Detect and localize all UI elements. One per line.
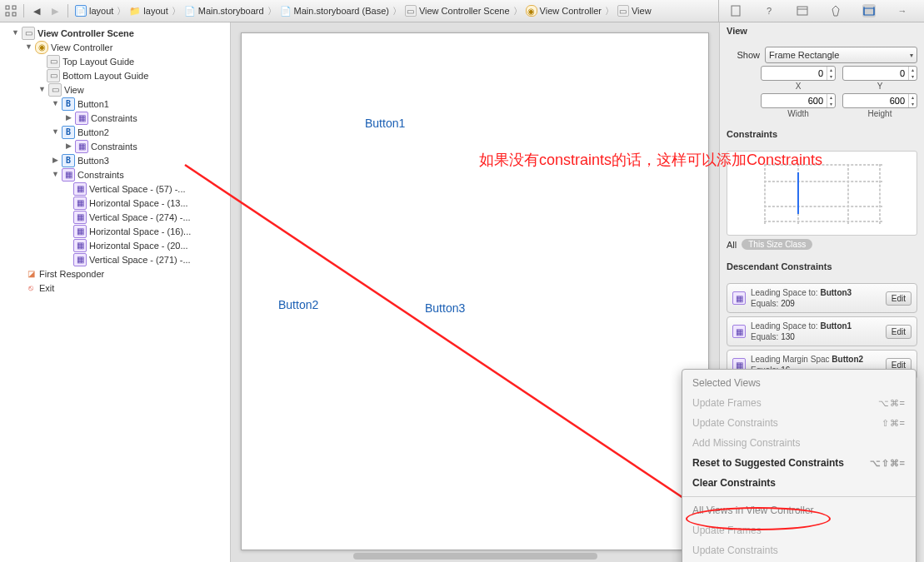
button-icon: B	[62, 97, 75, 111]
svg-rect-0	[6, 6, 9, 9]
menu-update-frames-all[interactable]: Update Frames	[682, 520, 916, 540]
file-icon: 📄	[280, 6, 292, 17]
nav-item[interactable]: Horizontal Space - (20...	[89, 241, 188, 251]
nav-item[interactable]: Button1	[77, 99, 109, 109]
nav-item[interactable]: Button2	[77, 127, 109, 137]
help-inspector-icon[interactable]: ?	[762, 4, 776, 17]
menu-update-frames[interactable]: Update Frames⌥⌘=	[682, 393, 916, 413]
constraint-icon: ▦	[73, 239, 87, 252]
y-input[interactable]	[842, 66, 917, 81]
stepper-icon[interactable]: ▴▾	[908, 94, 917, 107]
canvas-button1[interactable]: Button1	[365, 117, 405, 130]
disclosure-icon[interactable]: ▶	[65, 114, 72, 122]
disclosure-icon[interactable]: ▼	[38, 86, 46, 93]
vc-icon: ◉	[35, 41, 48, 54]
show-select[interactable]: Frame Rectangle	[765, 47, 917, 63]
size-class-filter[interactable]: This Size Class	[742, 239, 812, 250]
constraint-icon: ▦	[73, 182, 87, 196]
size-inspector-icon[interactable]	[862, 4, 876, 17]
exit-icon: ⎋	[25, 282, 37, 294]
disclosure-icon[interactable]: ▼	[52, 100, 59, 107]
constraints-section-title: Constraints	[720, 126, 924, 142]
menu-clear[interactable]: Clear Constraints	[682, 473, 916, 493]
attributes-inspector-icon[interactable]	[829, 4, 842, 17]
constraint-icon: ▦	[73, 196, 87, 210]
nav-item[interactable]: Constraints	[91, 113, 137, 123]
y-label: Y	[842, 82, 917, 91]
show-label: Show	[727, 50, 760, 60]
menu-update-constraints-all[interactable]: Update Constraints	[682, 540, 916, 560]
nav-item[interactable]: Vertical Space - (274) -...	[89, 212, 191, 222]
nav-item[interactable]: View Controller	[51, 42, 112, 52]
constraint-item[interactable]: ▦ Leading Space to: Button1Equals: 130 E…	[727, 316, 917, 346]
editor-toolbar: ◀ ▶ 📄layout〉 📁layout〉 📄Main.storyboard〉 …	[0, 0, 924, 22]
stepper-icon[interactable]: ▴▾	[908, 67, 917, 80]
back-icon[interactable]: ◀	[31, 5, 42, 17]
svg-rect-3	[12, 12, 16, 16]
nav-item[interactable]: Constraints	[77, 170, 124, 180]
identity-inspector-icon[interactable]	[796, 4, 809, 17]
scene-label[interactable]: View Controller Scene	[37, 28, 134, 38]
stepper-icon[interactable]: ▴▾	[827, 94, 835, 107]
nav-item[interactable]: Vertical Space - (57) -...	[89, 184, 186, 194]
nav-item[interactable]: Bottom Layout Guide	[62, 71, 148, 81]
constraint-item[interactable]: ▦ Leading Space to: Button3Equals: 209 E…	[727, 283, 917, 313]
svg-rect-1	[12, 6, 16, 9]
button-icon: B	[62, 154, 75, 167]
related-items-icon[interactable]	[5, 5, 17, 17]
scene-icon: ▭	[22, 27, 35, 40]
menu-heading: All Views in View Controller	[682, 500, 916, 520]
disclosure-icon[interactable]: ▼	[25, 43, 32, 51]
nav-item[interactable]: Horizontal Space - (13...	[89, 198, 188, 208]
nav-item[interactable]: First Responder	[39, 269, 104, 279]
svg-rect-2	[6, 12, 9, 16]
disclosure-icon[interactable]: ▶	[65, 142, 72, 150]
constraints-icon: ▦	[75, 112, 88, 125]
svg-rect-5	[797, 7, 807, 15]
scene-icon: ▭	[405, 5, 417, 17]
menu-update-constraints[interactable]: Update Constraints⇧⌘=	[682, 413, 916, 433]
file-inspector-icon[interactable]	[729, 4, 742, 17]
document-outline[interactable]: ▼▭View Controller Scene ▼◉View Controlle…	[0, 22, 231, 562]
horizontal-scrollbar[interactable]	[353, 553, 597, 560]
breadcrumb[interactable]: 📄layout〉 📁layout〉 📄Main.storyboard〉 📄Mai…	[75, 5, 712, 17]
nav-item[interactable]: Vertical Space - (271) -...	[89, 255, 191, 265]
height-label: Height	[842, 109, 917, 118]
disclosure-icon[interactable]: ▼	[52, 128, 59, 136]
forward-icon[interactable]: ▶	[49, 5, 61, 17]
stepper-icon[interactable]: ▴▾	[827, 67, 835, 80]
vc-icon: ◉	[526, 5, 537, 17]
svg-rect-4	[732, 6, 740, 16]
connections-inspector-icon[interactable]: →	[896, 4, 909, 17]
nav-item[interactable]: View	[64, 85, 84, 95]
guide-icon: ▭	[47, 55, 60, 68]
disclosure-icon[interactable]: ▼	[52, 171, 59, 178]
disclosure-icon[interactable]: ▶	[52, 157, 59, 164]
disclosure-icon[interactable]: ▼	[12, 29, 19, 37]
nav-item[interactable]: Button3	[77, 156, 109, 166]
view-artboard[interactable]: Button1 Button2 Button3	[241, 32, 709, 550]
edit-button[interactable]: Edit	[886, 325, 912, 339]
nav-item[interactable]: Constraints	[91, 142, 137, 152]
nav-item[interactable]: Horizontal Space - (16)...	[89, 226, 191, 236]
guide-icon: ▭	[47, 69, 60, 82]
edit-button[interactable]: Edit	[886, 291, 912, 306]
constraints-visual[interactable]	[727, 151, 917, 236]
all-filter[interactable]: All	[727, 240, 737, 250]
view-section-title: View	[720, 22, 924, 39]
width-input[interactable]	[761, 93, 836, 108]
nav-item[interactable]: Top Layout Guide	[62, 57, 134, 67]
constraints-icon: ▦	[75, 140, 88, 153]
menu-reset[interactable]: Reset to Suggested Constraints⌥⇧⌘=	[682, 453, 916, 473]
nav-item[interactable]: Exit	[39, 283, 54, 293]
inspector-tabs: ? →	[718, 0, 919, 22]
constraint-icon: ▦	[73, 211, 87, 224]
x-input[interactable]	[761, 66, 836, 81]
view-icon: ▭	[617, 5, 629, 17]
interface-builder-canvas[interactable]: Button1 Button2 Button3	[231, 22, 719, 562]
canvas-button3[interactable]: Button3	[425, 301, 465, 315]
height-input[interactable]	[842, 93, 917, 108]
menu-add-missing[interactable]: Add Missing Constraints	[682, 433, 916, 453]
view-icon: ▭	[48, 83, 62, 97]
canvas-button2[interactable]: Button2	[278, 298, 318, 311]
